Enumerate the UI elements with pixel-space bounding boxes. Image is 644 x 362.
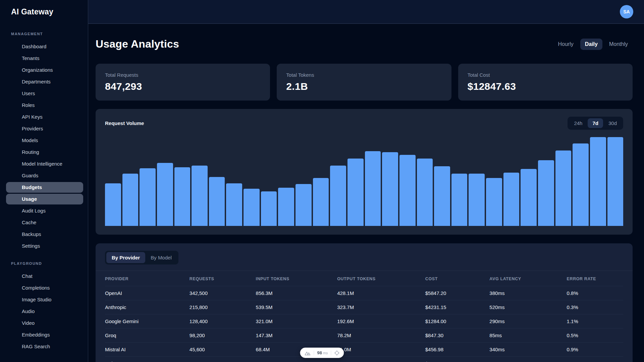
chart-bar xyxy=(105,183,121,226)
sidebar-item-rag-search[interactable]: RAG Search xyxy=(6,341,83,352)
range-option-24h[interactable]: 24h xyxy=(569,118,587,128)
range-option-30d[interactable]: 30d xyxy=(604,118,622,128)
sidebar-item-chat[interactable]: Chat xyxy=(6,271,83,282)
sidebar-item-completions[interactable]: Completions xyxy=(6,283,83,293)
cell-requests: 16,793 xyxy=(190,361,256,362)
sidebar-item-users[interactable]: Users xyxy=(6,88,83,99)
range-option-7d[interactable]: 7d xyxy=(588,118,603,128)
cell-input-tokens: 539.5M xyxy=(256,304,337,310)
sidebar-item-audio[interactable]: Audio xyxy=(6,306,83,317)
chart-bar xyxy=(538,160,554,226)
sidebar-item-api-keys[interactable]: API Keys xyxy=(6,112,83,122)
chart-bar xyxy=(486,178,502,226)
chart-bar xyxy=(365,151,381,226)
chart-bar xyxy=(469,174,485,226)
sidebar-item-backups[interactable]: Backups xyxy=(6,229,83,240)
sidebar-item-usage[interactable]: Usage xyxy=(6,194,83,204)
cell-input-tokens: 321.0M xyxy=(256,318,337,324)
sidebar-item-image-studio[interactable]: Image Studio xyxy=(6,294,83,305)
sidebar: AI Gateway MANAGEMENTDashboardTenantsOrg… xyxy=(0,0,88,362)
chart-bar xyxy=(555,150,572,226)
table-row: Groq98,200147.3M78.2M$847.3085ms0.5% xyxy=(105,328,623,342)
mountains-logo-icon[interactable] xyxy=(304,350,311,356)
sidebar-item-guards[interactable]: Guards xyxy=(6,170,83,181)
cell-output-tokens: 78.2M xyxy=(337,333,425,338)
main-area: SA Usage Analytics Hourly Daily Monthly … xyxy=(88,0,644,362)
cell-cost: $5847.20 xyxy=(425,290,490,296)
column-header-cost: COST xyxy=(425,277,490,281)
crosshair-icon[interactable] xyxy=(334,350,340,356)
stat-label: Total Requests xyxy=(105,72,261,78)
cell-avg-latency: 450ms xyxy=(489,361,567,362)
chart-bar xyxy=(192,166,208,226)
usage-table-card: By Provider By Model PROVIDERREQUESTSINP… xyxy=(96,243,633,362)
stat-value: 2.1B xyxy=(286,81,442,92)
cell-provider: Mistral AI xyxy=(105,347,190,352)
sidebar-item-dashboard[interactable]: Dashboard xyxy=(6,41,83,52)
chart-bar xyxy=(226,183,242,226)
sidebar-item-budgets[interactable]: Budgets xyxy=(6,182,83,193)
page-title: Usage Analytics xyxy=(96,38,179,50)
chart-bar xyxy=(521,169,537,226)
column-header-input-tokens: INPUT TOKENS xyxy=(256,277,337,281)
period-toggle: Hourly Daily Monthly xyxy=(553,39,633,50)
chart-bar xyxy=(174,167,191,226)
cell-requests: 128,400 xyxy=(190,318,256,324)
chart-bar xyxy=(313,178,329,226)
cell-provider: Anthropic xyxy=(105,304,190,310)
cell-input-tokens: 856.3M xyxy=(256,290,337,296)
cell-cost: $1284.00 xyxy=(425,318,490,324)
cell-provider: OpenAI xyxy=(105,290,190,296)
chart-bar xyxy=(607,137,624,226)
sidebar-item-video[interactable]: Video xyxy=(6,318,83,328)
cell-avg-latency: 380ms xyxy=(489,290,567,296)
period-option-hourly[interactable]: Hourly xyxy=(553,39,578,50)
table-header: PROVIDERREQUESTSINPUT TOKENSOUTPUT TOKEN… xyxy=(105,271,623,286)
request-volume-card: Request Volume 24h 7d 30d xyxy=(96,109,633,235)
cell-error-rate: 0.9% xyxy=(567,347,623,352)
sidebar-item-providers[interactable]: Providers xyxy=(6,123,83,134)
cell-output-tokens: 41.0M xyxy=(337,347,425,352)
cell-output-tokens: 323.7M xyxy=(337,304,425,310)
period-option-monthly[interactable]: Monthly xyxy=(604,39,633,50)
cell-requests: 342,500 xyxy=(190,290,256,296)
sidebar-item-routing[interactable]: Routing xyxy=(6,147,83,158)
sidebar-item-departments[interactable]: Departments xyxy=(6,76,83,87)
app-logo: AI Gateway xyxy=(0,7,88,16)
table-body: OpenAI342,500856.3M428.1M$5847.20380ms0.… xyxy=(105,286,623,362)
chart-bar xyxy=(434,166,450,226)
cell-provider: Cohere xyxy=(105,361,190,362)
stat-card-total-requests: Total Requests 847,293 xyxy=(96,64,270,101)
sidebar-item-model-intelligence[interactable]: Model Intelligence xyxy=(6,159,83,169)
cell-requests: 215,800 xyxy=(190,304,256,310)
chart-bar xyxy=(347,159,364,226)
cell-cost: $4231.15 xyxy=(425,304,490,310)
sidebar-item-settings[interactable]: Settings xyxy=(6,241,83,251)
cell-avg-latency: 340ms xyxy=(489,347,567,352)
sidebar-item-embeddings[interactable]: Embeddings xyxy=(6,329,83,340)
cell-output-tokens: 428.1M xyxy=(337,290,425,296)
sidebar-item-tenants[interactable]: Tenants xyxy=(6,53,83,64)
chart-bar xyxy=(382,152,398,226)
column-header-output-tokens: OUTPUT TOKENS xyxy=(337,277,425,281)
divider xyxy=(331,351,331,355)
cell-requests: 98,200 xyxy=(190,333,256,338)
tab-by-provider[interactable]: By Provider xyxy=(106,252,145,263)
cell-error-rate: 0.5% xyxy=(567,333,623,338)
sidebar-item-organizations[interactable]: Organizations xyxy=(6,65,83,75)
tab-by-model[interactable]: By Model xyxy=(145,252,177,263)
cell-avg-latency: 520ms xyxy=(489,304,567,310)
cell-error-rate: 2.3% xyxy=(567,361,623,362)
cell-error-rate: 0.3% xyxy=(567,304,623,310)
period-option-daily[interactable]: Daily xyxy=(580,39,602,50)
latency-overlay-pill[interactable]: 98ms xyxy=(300,348,344,358)
chart-bar xyxy=(296,184,312,226)
sidebar-item-audit-logs[interactable]: Audit Logs xyxy=(6,205,83,216)
cell-cost: $847.30 xyxy=(425,333,490,338)
user-avatar[interactable]: SA xyxy=(620,5,633,18)
sidebar-item-models[interactable]: Models xyxy=(6,135,83,146)
chart-bar xyxy=(399,155,416,226)
sidebar-item-cache[interactable]: Cache xyxy=(6,217,83,228)
sidebar-item-roles[interactable]: Roles xyxy=(6,100,83,111)
cell-requests: 45,600 xyxy=(190,347,256,352)
